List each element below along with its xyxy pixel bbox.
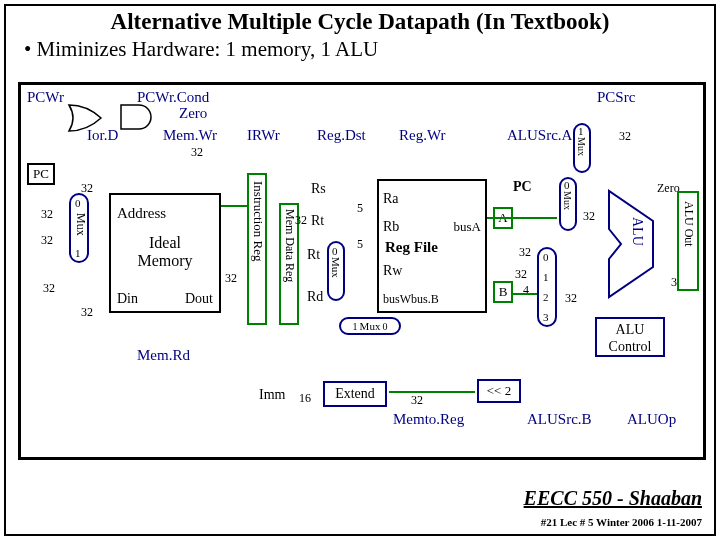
wire	[487, 217, 557, 219]
ctl-alusrca: ALUSrc.A	[507, 127, 572, 144]
mem-din: Din	[117, 291, 138, 307]
bus-32-m: 32	[411, 393, 423, 408]
mux-srcb-3: 3	[543, 311, 549, 323]
mux-alusrcb: 0 1 2 3	[537, 247, 557, 327]
wire	[389, 391, 475, 393]
mux-srca2-lbl: Mux	[562, 191, 573, 210]
datapath-diagram: PCWr PCWr.Cond Zero Ior.D Mem.Wr IRWr Re…	[18, 82, 706, 460]
and-gate-icon	[119, 103, 155, 131]
mux-srca-lbl: Mux	[576, 137, 587, 156]
pc-register: PC	[27, 163, 55, 185]
rf-ra: Ra	[383, 191, 399, 207]
mux-mtr-0: 0	[382, 321, 387, 332]
mux-srcb-1: 1	[543, 271, 549, 283]
ireg-label: Instruction Reg	[249, 175, 267, 268]
bus-32-topright: 32	[619, 129, 631, 144]
memory-block: Address Ideal Memory Din Dout	[109, 193, 221, 313]
bullet-hardware: • Miminizes Hardware: 1 memory, 1 ALU	[6, 35, 714, 62]
footer-lecture: #21 Lec # 5 Winter 2006 1-11-2007	[541, 516, 702, 528]
extend-block: Extend	[323, 381, 387, 407]
const-4: 4	[523, 283, 529, 298]
sig-rs: Rs	[311, 181, 326, 197]
bus-32-g: 32	[295, 213, 307, 228]
bus-5b: 5	[357, 237, 363, 252]
aluout-label: ALU Out	[679, 193, 698, 255]
bus-32-b: 32	[41, 233, 53, 248]
mux-regdst-lbl: Mux	[330, 257, 342, 278]
bus-32-d: 32	[81, 181, 93, 196]
rf-rb: Rb	[383, 219, 399, 235]
rf-busa: busA	[454, 219, 481, 235]
footer-course: EECC 550 - Shaaban	[524, 487, 702, 510]
ctl-aluop: ALUOp	[627, 411, 676, 428]
mux-iord: 0 Mux 1	[69, 193, 89, 263]
mux-alusrca: 0 Mux	[559, 177, 577, 231]
mux-srca2-0: 0	[564, 179, 570, 191]
mem-ideal-2: Memory	[111, 252, 219, 270]
mux-alusrca-top: 1 Mux	[573, 123, 591, 173]
mux-mtr-1: 1	[353, 321, 358, 332]
aluctrl-1: ALU	[597, 321, 663, 338]
ctl-pcwr: PCWr	[27, 89, 64, 106]
mux-srcb-2: 2	[543, 291, 549, 303]
rf-title: Reg File	[385, 239, 438, 256]
bus-32-top: 32	[191, 145, 203, 160]
mem-dout: Dout	[185, 291, 213, 307]
mux-srca-1: 1	[578, 125, 584, 137]
mux-srcb-0: 0	[543, 251, 549, 263]
bus-32-k: 32	[565, 291, 577, 306]
ctl-memtoreg: Memto.Reg	[393, 411, 464, 428]
bus-32-a: 32	[41, 207, 53, 222]
mem-ideal-1: Ideal	[111, 222, 219, 252]
alu-label: ALU	[629, 217, 645, 246]
sig-rt: Rt	[311, 213, 324, 229]
bus-32-i: 32	[519, 245, 531, 260]
rf-buswb: busWbus.B	[383, 292, 439, 307]
bus-5a: 5	[357, 201, 363, 216]
mem-address-label: Address	[111, 195, 219, 222]
ctl-alusrcb: ALUSrc.B	[527, 411, 592, 428]
bus-32-e: 32	[81, 305, 93, 320]
page-title: Alternative Multiple Cycle Datapath (In …	[6, 6, 714, 35]
mux-in-0: 0	[75, 197, 81, 209]
alu-control: ALU Control	[595, 317, 665, 357]
sig-rt2: Rt	[307, 247, 320, 263]
ctl-memwr: Mem.Wr	[163, 127, 217, 144]
alu-out-reg: ALU Out	[677, 191, 699, 291]
aluctrl-2: Control	[597, 338, 663, 355]
bus-32-f: 32	[225, 271, 237, 286]
ctl-irwr: IRWr	[247, 127, 280, 144]
mux-regdst: 0 Mux	[327, 241, 345, 301]
bus-16: 16	[299, 391, 311, 406]
ctl-pcsrc: PCSrc	[597, 89, 635, 106]
bus-32-c: 32	[43, 281, 55, 296]
shift-left-2: << 2	[477, 379, 521, 403]
register-file: Ra Rb busA Reg File Rw busWbus.B	[377, 179, 487, 313]
pc-src-label: PC	[513, 179, 532, 195]
ctl-regwr: Reg.Wr	[399, 127, 445, 144]
ctl-regdst: Reg.Dst	[317, 127, 366, 144]
or-gate-icon	[67, 103, 107, 133]
mux-in-1: 1	[75, 247, 81, 259]
ctl-zero: Zero	[179, 105, 207, 122]
sig-imm: Imm	[259, 387, 285, 403]
mux-regdst-0: 0	[332, 245, 338, 257]
rf-rw: Rw	[383, 263, 402, 279]
wire	[221, 205, 247, 207]
sig-rd: Rd	[307, 289, 323, 305]
bus-32-j: 32	[515, 267, 527, 282]
mux-mtr-lbl: Mux	[360, 320, 381, 332]
ctl-memrd: Mem.Rd	[137, 347, 190, 364]
mux-memtoreg: 1 Mux 0	[339, 317, 401, 335]
wire	[513, 293, 537, 295]
reg-b: B	[493, 281, 513, 303]
bus-32-h: 32	[583, 209, 595, 224]
mux-label: Mux	[73, 213, 88, 236]
instruction-reg: Instruction Reg	[247, 173, 267, 325]
